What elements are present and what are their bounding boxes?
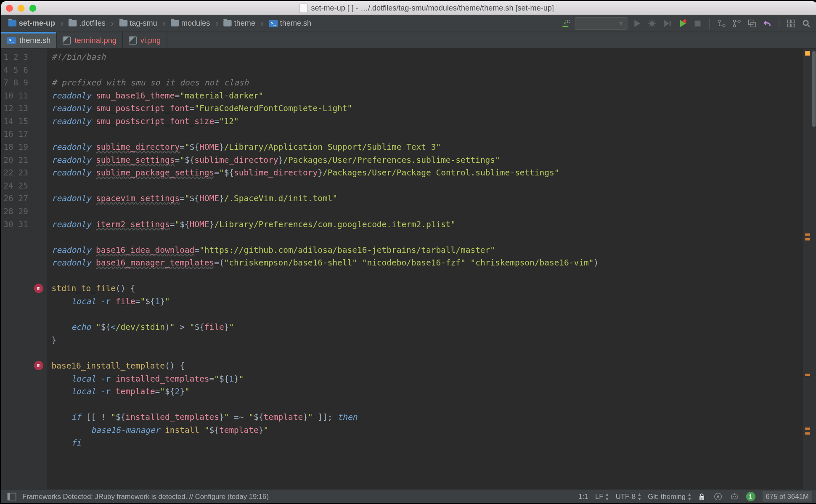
svg-point-22 — [735, 496, 736, 497]
hector-widget[interactable] — [729, 492, 739, 501]
notifications-widget[interactable]: 1 — [746, 492, 755, 501]
sh-file-icon: >_ — [269, 20, 278, 27]
chevron-down-icon: ▾ — [619, 19, 623, 28]
gutter-marker[interactable]: m — [34, 361, 43, 370]
breadcrumb-label: tag-smu — [130, 19, 157, 28]
run-with-coverage-button[interactable] — [661, 17, 673, 29]
svg-point-7 — [733, 24, 736, 27]
svg-rect-3 — [695, 20, 701, 26]
ide-settings-button[interactable] — [785, 17, 797, 29]
run-configurations-dropdown[interactable]: ▾ — [575, 17, 628, 30]
breadcrumb-folder[interactable]: .dotfiles — [66, 18, 108, 29]
window-title: set-me-up [ ] - …/.dotfiles/tag-smu/modu… — [41, 3, 812, 13]
image-file-icon — [63, 36, 71, 44]
folder-icon — [171, 20, 179, 26]
lock-icon — [698, 492, 706, 500]
project-icon — [8, 20, 16, 26]
debug-button[interactable] — [646, 17, 658, 29]
svg-rect-20 — [731, 494, 737, 499]
breadcrumb-label: theme — [234, 19, 255, 28]
sh-file-icon: >_ — [7, 37, 16, 44]
svg-point-8 — [738, 20, 740, 22]
breadcrumb-label: modules — [181, 19, 210, 28]
notifications-badge: 1 — [746, 492, 755, 501]
analysis-status-square[interactable] — [805, 51, 810, 56]
breadcrumb-file[interactable]: >_ theme.sh — [267, 18, 314, 29]
svg-rect-12 — [792, 20, 795, 23]
run-button[interactable] — [631, 17, 643, 29]
git-branch-status[interactable]: Git: theming▴▾ — [648, 492, 691, 501]
svg-rect-14 — [792, 24, 795, 27]
separator — [779, 18, 779, 29]
svg-point-6 — [733, 20, 736, 22]
chevron-right-icon: › — [109, 18, 116, 29]
undo-button[interactable] — [761, 17, 773, 29]
warning-stripe-mark[interactable] — [805, 233, 810, 236]
editor-scrollbar[interactable] — [811, 49, 816, 489]
warning-stripe-mark[interactable] — [805, 238, 810, 241]
stop-button[interactable] — [692, 17, 704, 29]
inspections-widget[interactable] — [713, 492, 722, 501]
scrollbar-thumb[interactable] — [812, 51, 816, 127]
zoom-window-button[interactable] — [29, 5, 37, 12]
breadcrumb-folder[interactable]: tag-smu — [117, 18, 159, 29]
memory-indicator[interactable]: 675 of 3641M — [762, 491, 812, 501]
svg-text:10: 10 — [567, 19, 570, 24]
gutter-marks: mm — [32, 49, 47, 489]
svg-rect-17 — [8, 493, 10, 500]
editor: 1 2 3 4 5 6 7 8 9 10 11 12 13 14 15 16 1… — [1, 49, 816, 489]
warning-stripe-mark[interactable] — [805, 432, 810, 435]
folder-icon — [224, 20, 232, 26]
breadcrumb-project[interactable]: set-me-up — [6, 18, 57, 29]
toolbar-right: 10 ▾ — [559, 17, 812, 30]
svg-point-15 — [803, 20, 808, 25]
breadcrumbs: set-me-up › .dotfiles › tag-smu › module… — [6, 18, 557, 29]
editor-tabs: >_ theme.sh terminal.png vi.png — [1, 32, 816, 49]
file-icon — [299, 3, 307, 13]
code-area[interactable]: #!/bin/bash # prefixed with smu so it do… — [47, 49, 803, 489]
cursor-position[interactable]: 1:1 — [578, 492, 588, 500]
error-stripe[interactable] — [803, 49, 811, 489]
titlebar: set-me-up [ ] - …/.dotfiles/tag-smu/modu… — [1, 1, 816, 15]
gutter-marker[interactable]: m — [34, 284, 43, 293]
folder-icon — [119, 20, 127, 26]
encoding-selector[interactable]: UTF-8▴▾ — [616, 492, 641, 501]
image-file-icon — [129, 36, 137, 44]
chevron-right-icon: › — [58, 18, 65, 29]
close-window-button[interactable] — [6, 5, 13, 12]
breadcrumb-label: theme.sh — [280, 19, 311, 28]
svg-point-2 — [683, 19, 686, 22]
tab-label: terminal.png — [74, 36, 116, 45]
profile-button[interactable] — [676, 17, 688, 29]
editor-tab-vi-png[interactable]: vi.png — [123, 32, 167, 48]
search-everywhere-button[interactable] — [800, 17, 812, 29]
ide-window: set-me-up [ ] - …/.dotfiles/tag-smu/modu… — [1, 1, 816, 503]
svg-point-19 — [717, 495, 719, 498]
warning-stripe-mark[interactable] — [805, 374, 810, 376]
git-branch-button[interactable] — [731, 17, 743, 29]
editor-tab-terminal-png[interactable]: terminal.png — [57, 32, 123, 48]
git-diff-button[interactable] — [746, 17, 758, 29]
readonly-toggle[interactable] — [698, 492, 706, 500]
chevron-right-icon: › — [259, 18, 265, 29]
tab-label: theme.sh — [19, 36, 50, 45]
minimize-window-button[interactable] — [18, 5, 25, 12]
line-separator-selector[interactable]: LF▴▾ — [595, 492, 609, 501]
breadcrumb-folder[interactable]: theme — [221, 18, 257, 29]
navigation-bar: set-me-up › .dotfiles › tag-smu › module… — [1, 15, 816, 32]
breadcrumb-folder[interactable]: modules — [168, 18, 212, 29]
git-pull-button[interactable] — [716, 17, 728, 29]
svg-point-4 — [718, 20, 721, 22]
svg-rect-13 — [788, 24, 791, 27]
tool-windows-toggle[interactable] — [6, 491, 18, 502]
download-icon[interactable]: 10 — [559, 17, 571, 29]
separator — [709, 18, 710, 29]
editor-tab-theme-sh[interactable]: >_ theme.sh — [1, 32, 57, 48]
chevron-right-icon: › — [161, 18, 167, 29]
warning-stripe-mark[interactable] — [805, 427, 810, 430]
status-bar: Frameworks Detected: JRuby framework is … — [1, 489, 816, 503]
line-number-gutter[interactable]: 1 2 3 4 5 6 7 8 9 10 11 12 13 14 15 16 1… — [1, 49, 32, 489]
breadcrumb-label: set-me-up — [19, 19, 55, 28]
svg-point-21 — [732, 496, 734, 497]
traffic-lights — [6, 5, 36, 12]
